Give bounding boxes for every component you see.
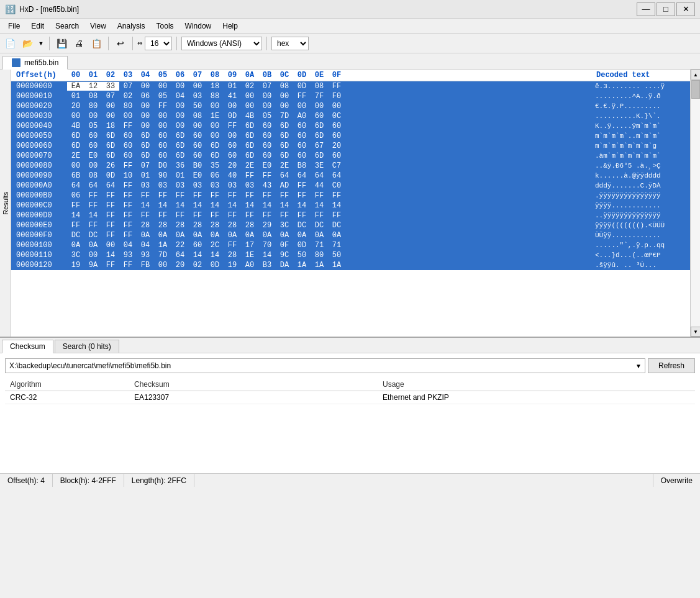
hex-row[interactable]: 000001000A0A0004041A22602CFF17700F0D7171… [11, 240, 700, 250]
byte-cell[interactable]: FF [67, 221, 84, 230]
byte-cell[interactable]: 14 [102, 251, 119, 260]
byte-cell[interactable]: 60 [328, 122, 345, 130]
byte-cell[interactable]: DC [67, 231, 84, 240]
byte-cell[interactable]: F0 [328, 92, 345, 101]
byte-cell[interactable]: 0A [84, 241, 102, 250]
byte-cell[interactable]: 50 [328, 251, 345, 260]
file-tab[interactable]: mefi5b.bin [2, 56, 68, 70]
byte-cell[interactable]: FF [206, 211, 224, 220]
byte-cell[interactable]: 01 [67, 92, 84, 101]
byte-cell[interactable]: 00 [276, 102, 293, 111]
byte-cell[interactable]: FF [258, 191, 276, 200]
byte-cell[interactable]: 6D [206, 152, 224, 160]
byte-cell[interactable]: 00 [258, 102, 276, 111]
byte-cell[interactable]: 05 [258, 112, 276, 120]
menu-edit[interactable]: Edit [25, 20, 50, 32]
dropdown-btn[interactable]: ▼ [37, 36, 45, 51]
byte-cell[interactable]: 00 [67, 112, 84, 120]
byte-cell[interactable]: 05 [84, 122, 102, 130]
byte-cell[interactable]: 00 [258, 92, 276, 101]
byte-cell[interactable]: 19 [224, 261, 241, 270]
menu-window[interactable]: Window [180, 20, 217, 32]
menu-analysis[interactable]: Analysis [112, 20, 151, 32]
hex-row[interactable]: 000000506D606D606D606D6000006D606D606D60… [11, 131, 700, 141]
save-button[interactable]: 💾 [54, 36, 69, 51]
byte-cell[interactable]: 60 [189, 142, 206, 150]
menu-view[interactable]: View [84, 20, 112, 32]
byte-cell[interactable]: FF [84, 191, 102, 200]
byte-cell[interactable]: 18 [206, 82, 224, 91]
byte-cell[interactable]: FF [102, 211, 119, 220]
byte-cell[interactable]: 14 [224, 201, 241, 210]
byte-cell[interactable]: FF [328, 82, 345, 91]
byte-cell[interactable]: 6D [102, 132, 119, 140]
hex-row[interactable]: 000000404B0518FF0000000000FF6D606D606D60… [11, 121, 700, 131]
byte-cell[interactable]: 3E [311, 161, 328, 170]
byte-cell[interactable]: 6D [241, 152, 258, 160]
hex-row[interactable]: 000000E0FFFFFFFF28282828282828293CDCDCDC… [11, 220, 700, 230]
byte-cell[interactable]: FF [258, 171, 276, 180]
byte-cell[interactable]: FF [119, 122, 137, 130]
byte-cell[interactable]: 9C [276, 251, 293, 260]
byte-cell[interactable]: 60 [84, 132, 102, 140]
byte-cell[interactable]: 26 [102, 161, 119, 170]
byte-cell[interactable]: 6D [102, 142, 119, 150]
byte-cell[interactable]: 05 [154, 92, 171, 101]
byte-cell[interactable]: FF [241, 211, 258, 220]
byte-cell[interactable]: 0A [171, 231, 189, 240]
byte-cell[interactable]: 14 [328, 201, 345, 210]
byte-cell[interactable]: FF [293, 211, 311, 220]
byte-cell[interactable]: 2E [241, 161, 258, 170]
byte-cell[interactable]: 6D [137, 152, 154, 160]
export-button[interactable]: 📋 [89, 36, 104, 51]
byte-cell[interactable]: 22 [171, 241, 189, 250]
results-sidebar[interactable]: Results [0, 70, 11, 337]
byte-cell[interactable]: 00 [328, 102, 345, 111]
byte-cell[interactable]: 00 [206, 132, 224, 140]
byte-cell[interactable]: FF [119, 201, 137, 210]
byte-cell[interactable]: 60 [258, 142, 276, 150]
byte-cell[interactable]: 0A [241, 231, 258, 240]
byte-cell[interactable]: 03 [206, 181, 224, 190]
byte-cell[interactable]: 60 [311, 112, 328, 120]
scroll-down-button[interactable]: ▼ [691, 327, 700, 337]
byte-cell[interactable]: 00 [171, 102, 189, 111]
byte-cell[interactable]: 12 [84, 82, 102, 91]
byte-cell[interactable]: 60 [154, 132, 171, 140]
byte-cell[interactable]: 14 [293, 201, 311, 210]
byte-cell[interactable]: 00 [154, 82, 171, 91]
columns-select[interactable]: 16 8 32 [145, 37, 172, 50]
byte-cell[interactable]: FF [206, 191, 224, 200]
byte-cell[interactable]: 28 [206, 221, 224, 230]
byte-cell[interactable]: 28 [154, 221, 171, 230]
byte-cell[interactable]: 6D [171, 152, 189, 160]
byte-cell[interactable]: 00 [137, 112, 154, 120]
minimize-button[interactable]: — [637, 2, 655, 16]
byte-cell[interactable]: 0A [189, 231, 206, 240]
byte-cell[interactable]: 1E [206, 112, 224, 120]
byte-cell[interactable]: 71 [328, 241, 345, 250]
byte-cell[interactable]: 00 [311, 102, 328, 111]
byte-cell[interactable]: 00 [137, 82, 154, 91]
byte-cell[interactable]: 14 [189, 201, 206, 210]
byte-cell[interactable]: 0D [293, 241, 311, 250]
byte-cell[interactable]: 20 [328, 142, 345, 150]
byte-cell[interactable]: 14 [258, 251, 276, 260]
byte-cell[interactable]: 00 [137, 122, 154, 130]
byte-cell[interactable]: 6D [206, 142, 224, 150]
byte-cell[interactable]: 00 [241, 92, 258, 101]
byte-cell[interactable]: 80 [84, 102, 102, 111]
undo-button[interactable]: ↩ [113, 36, 128, 51]
byte-cell[interactable]: 01 [224, 82, 241, 91]
byte-cell[interactable]: FF [119, 231, 137, 240]
hex-row[interactable]: 00000080000026FF07D036B035202EE02EB83EC7… [11, 161, 700, 171]
byte-cell[interactable]: FF [119, 191, 137, 200]
menu-file[interactable]: File [2, 20, 25, 32]
byte-cell[interactable]: 64 [276, 171, 293, 180]
byte-cell[interactable]: 64 [102, 181, 119, 190]
byte-cell[interactable]: 6D [276, 142, 293, 150]
byte-cell[interactable]: 0C [328, 112, 345, 120]
byte-cell[interactable]: 60 [293, 122, 311, 130]
byte-cell[interactable]: FF [102, 231, 119, 240]
byte-cell[interactable]: B0 [189, 161, 206, 170]
